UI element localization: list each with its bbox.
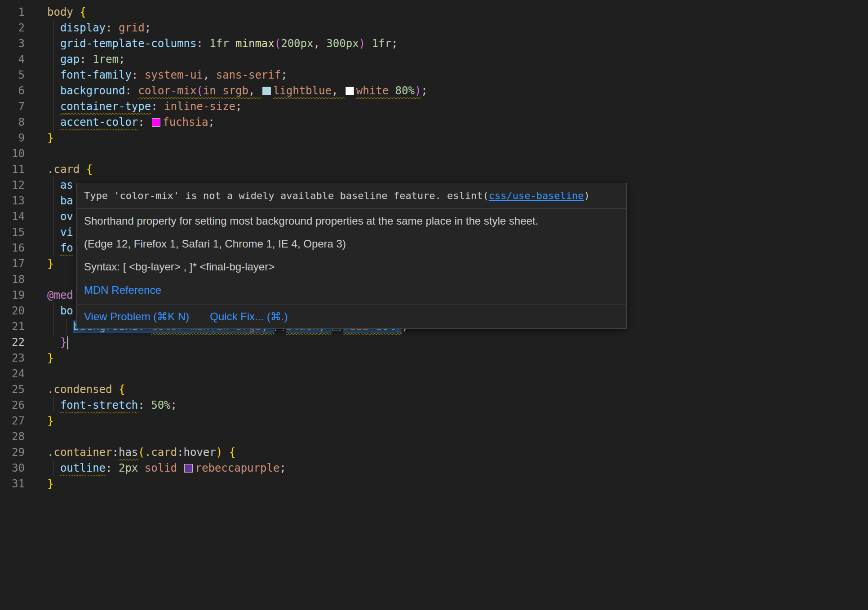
code-line[interactable]: 26 font-stretch: 50%;: [0, 398, 868, 413]
code-line[interactable]: 27}: [0, 413, 868, 429]
code-token: :hover: [177, 446, 216, 459]
code-line[interactable]: 1body {: [0, 4, 868, 20]
code-line[interactable]: 24: [0, 366, 868, 382]
code-text: @med: [47, 287, 73, 303]
code-line[interactable]: 7 container-type: inline-size;: [0, 99, 868, 115]
indent-guide: [53, 20, 54, 36]
code-text: .condensed {: [47, 382, 125, 398]
view-problem-link[interactable]: View Problem (⌘K N): [84, 310, 189, 323]
code-text: gap: 1rem;: [47, 52, 125, 67]
mdn-reference-link[interactable]: MDN Reference: [84, 284, 161, 296]
code-text: vi: [47, 225, 73, 240]
code-text: fo: [47, 240, 73, 256]
hover-actions: View Problem (⌘K N) Quick Fix... (⌘.): [77, 305, 626, 328]
code-line[interactable]: 3 grid-template-columns: 1fr minmax(200p…: [0, 36, 868, 52]
code-token: :: [138, 116, 151, 128]
syntax-line: Syntax: [ <bg-layer> , ]* <final-bg-laye…: [84, 260, 619, 274]
indent-guide: [66, 319, 67, 335]
browser-support: (Edge 12, Firefox 1, Safari 1, Chrome 1,…: [84, 237, 619, 251]
code-line[interactable]: 5 font-family: system-ui, sans-serif;: [0, 67, 868, 83]
code-line[interactable]: 29.container:has(.card:hover) {: [0, 445, 868, 460]
line-number: 23: [0, 350, 25, 366]
indent-guide: [53, 67, 54, 83]
indent-guide: [53, 319, 54, 335]
hover-tooltip: Type 'color-mix' is not a widely availab…: [76, 183, 627, 329]
code-token: :: [125, 84, 138, 97]
code-line[interactable]: 4 gap: 1rem;: [0, 52, 868, 67]
code-line[interactable]: 6 background: color-mix(in srgb, lightbl…: [0, 83, 868, 99]
code-token: outline: [60, 462, 106, 474]
code-text: }: [47, 350, 53, 366]
indent-guide: [53, 52, 54, 67]
code-token: .card: [47, 163, 86, 176]
code-text: bo: [47, 303, 73, 319]
code-token: fo: [60, 242, 73, 254]
code-token: (: [275, 37, 281, 50]
code-token: 50%: [151, 399, 170, 411]
color-swatch[interactable]: [152, 118, 160, 127]
diagnostic-message: Type 'color-mix' is not a widely availab…: [84, 190, 489, 201]
code-text: as: [47, 177, 73, 193]
indent-guide: [53, 115, 54, 130]
line-number: 18: [0, 272, 25, 287]
indent-guide: [53, 240, 54, 256]
code-line[interactable]: 9}: [0, 130, 868, 146]
code-token: background: [60, 84, 125, 97]
color-swatch[interactable]: [184, 464, 193, 473]
code-line[interactable]: 30 outline: 2px solid rebeccapurple;: [0, 460, 868, 476]
code-token: grid: [119, 22, 145, 34]
line-number: 3: [0, 36, 25, 52]
code-token: }: [47, 352, 53, 364]
line-number: 19: [0, 287, 25, 303]
code-line[interactable]: 25.condensed {: [0, 382, 868, 398]
color-swatch[interactable]: [345, 87, 354, 95]
code-token: font-family: [60, 69, 132, 81]
code-token: minmax: [235, 37, 275, 50]
line-number: 26: [0, 398, 25, 413]
code-line[interactable]: 22 }: [0, 335, 868, 350]
code-line[interactable]: 28: [0, 429, 868, 445]
code-text: }: [47, 335, 68, 350]
line-number: 12: [0, 177, 25, 193]
code-text: .container:has(.card:hover) {: [47, 445, 235, 460]
code-text: outline: 2px solid rebeccapurple;: [47, 460, 286, 476]
code-line[interactable]: 23}: [0, 350, 868, 366]
code-token: in srgb: [203, 84, 248, 97]
color-swatch[interactable]: [262, 87, 271, 95]
code-token: has: [119, 446, 138, 459]
code-token: @med: [47, 289, 73, 301]
code-line[interactable]: 2 display: grid;: [0, 20, 868, 36]
code-token: :: [196, 37, 209, 50]
code-token: ,: [203, 69, 216, 81]
line-number: 13: [0, 193, 25, 209]
line-number: 27: [0, 413, 25, 429]
line-number: 14: [0, 209, 25, 225]
hover-docs: Shorthand property for setting most back…: [77, 209, 626, 305]
code-token: }: [60, 336, 66, 349]
code-token: {: [229, 446, 235, 459]
code-token: color-mix: [138, 84, 196, 97]
line-number: 4: [0, 52, 25, 67]
code-line[interactable]: 10: [0, 146, 868, 162]
indent-guide: [53, 398, 54, 413]
line-number: 20: [0, 303, 25, 319]
code-token: ba: [60, 194, 73, 207]
code-token: grid-template-columns: [60, 37, 196, 50]
code-token: white: [356, 84, 389, 97]
code-token: [138, 462, 144, 474]
code-token: ,: [248, 84, 261, 97]
eslint-rule-link[interactable]: css/use-baseline: [489, 190, 584, 201]
code-line[interactable]: 8 accent-color: fuchsia;: [0, 115, 868, 130]
line-number: 30: [0, 460, 25, 476]
code-token: {: [86, 163, 93, 176]
code-token: ,: [313, 37, 326, 50]
line-number: 15: [0, 225, 25, 240]
code-token: :: [138, 399, 151, 411]
code-editor[interactable]: 1body {2 display: grid;3 grid-template-c…: [0, 0, 868, 610]
code-line[interactable]: 31}: [0, 476, 868, 492]
code-token: ;: [279, 462, 286, 474]
text-cursor: [67, 336, 68, 349]
code-line[interactable]: 11.card {: [0, 162, 868, 177]
code-token: container-type: [60, 100, 151, 113]
quick-fix-link[interactable]: Quick Fix... (⌘.): [210, 310, 288, 323]
